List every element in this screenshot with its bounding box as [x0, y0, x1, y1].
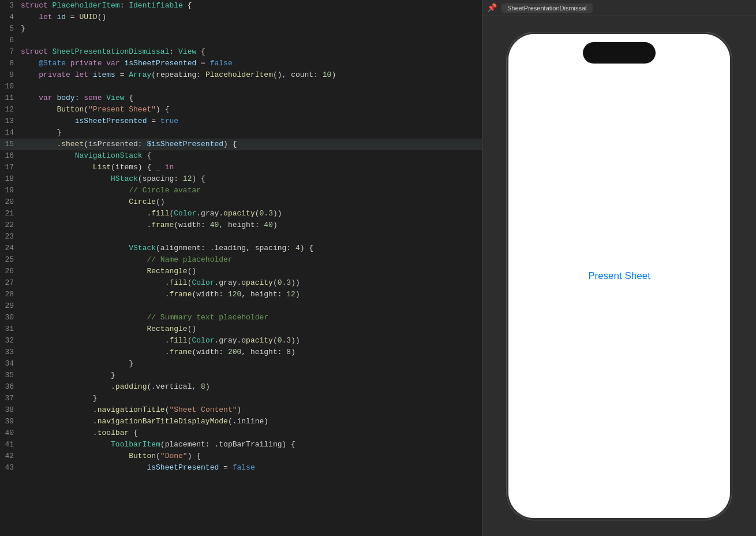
code-line: 42 Button("Done") {: [0, 451, 482, 462]
code-token: (: [255, 209, 260, 218]
code-token: [21, 163, 93, 172]
code-token: (width:: [192, 290, 227, 299]
code-line: 20 Circle(): [0, 196, 482, 208]
code-token: =: [115, 70, 129, 79]
line-number: 3: [0, 0, 18, 12]
code-line: 36 .padding(.vertical, 8): [0, 381, 482, 393]
code-token: ) {: [188, 452, 201, 460]
code-token: frame: [151, 221, 174, 229]
code-token: =: [196, 59, 209, 68]
code-token: [21, 59, 39, 68]
line-number: 15: [0, 139, 18, 150]
code-token: (alignment: .leading, spacing:: [156, 244, 295, 252]
line-number: 30: [0, 312, 18, 323]
preview-topbar: 📌 SheetPresentationDismissal: [482, 0, 756, 16]
preview-panel: 📌 SheetPresentationDismissal Present She…: [482, 0, 756, 536]
code-token: UUID: [79, 13, 97, 21]
code-token: }: [21, 394, 98, 403]
code-token: {: [125, 94, 134, 102]
code-line: 13 isSheetPresented = true: [0, 116, 482, 127]
code-token: VStack: [129, 244, 156, 252]
code-token: ) {: [223, 140, 237, 148]
code-token: $isSheetPresented: [147, 140, 223, 148]
code-token: items: [93, 70, 115, 79]
iphone-frame: Present Sheet: [507, 32, 732, 520]
code-line: 38 .navigationTitle("Sheet Content"): [0, 404, 482, 416]
code-token: Color: [192, 278, 214, 287]
line-content: private let items = Array(repeating: Pla…: [18, 69, 482, 81]
code-token: ) {: [156, 105, 169, 114]
code-line: 11 var body: some View {: [0, 92, 482, 104]
code-token: [21, 186, 129, 195]
code-token: navigationTitle: [98, 405, 165, 414]
code-token: Identifiable: [129, 1, 183, 10]
code-token: 8: [201, 382, 205, 391]
line-content: // Circle avatar: [18, 185, 482, 196]
line-number: 31: [0, 323, 18, 335]
code-token: (isPresented:: [84, 140, 147, 148]
code-token: [21, 174, 111, 183]
line-content: .fill(Color.gray.opacity(0.3)): [18, 277, 482, 289]
code-line: 18 HStack(spacing: 12) {: [0, 173, 482, 185]
code-token: opacity: [241, 278, 273, 287]
line-content: .navigationTitle("Sheet Content"): [18, 404, 482, 416]
code-token: ) {: [192, 174, 205, 183]
code-token: Button: [57, 105, 84, 114]
code-line: 17 List(items) { _ in: [0, 162, 482, 173]
code-line: 41 ToolbarItem(placement: .topBarTrailin…: [0, 439, 482, 451]
code-line: 24 VStack(alignment: .leading, spacing: …: [0, 243, 482, 254]
code-token: .: [21, 382, 115, 391]
code-token: (): [98, 13, 107, 21]
code-token: List: [93, 163, 111, 172]
code-token: ): [331, 70, 336, 79]
code-line: 12 Button("Present Sheet") {: [0, 104, 482, 116]
code-token: (): [188, 267, 197, 276]
line-content: .frame(width: 200, height: 8): [18, 347, 482, 358]
pin-icon: 📌: [487, 3, 497, 13]
code-token: [21, 267, 147, 276]
code-token: frame: [169, 348, 192, 356]
line-number: 32: [0, 335, 18, 347]
line-content: Rectangle(): [18, 266, 482, 277]
code-line: 14 }: [0, 127, 482, 139]
code-token: [21, 198, 129, 206]
present-sheet-button[interactable]: Present Sheet: [588, 270, 650, 282]
line-number: 11: [0, 92, 18, 104]
code-token: (: [273, 336, 278, 345]
code-token: fill: [169, 336, 187, 345]
line-number: 43: [0, 462, 18, 474]
line-number: 18: [0, 173, 18, 185]
code-token: , height:: [241, 348, 286, 356]
code-token: padding: [115, 382, 147, 391]
code-token: {: [129, 429, 138, 437]
code-token: {: [196, 47, 205, 56]
code-line: 26 Rectangle(): [0, 266, 482, 277]
code-token: (.vertical,: [147, 382, 201, 391]
line-content: Circle(): [18, 196, 482, 208]
code-token: [21, 151, 75, 160]
code-token: Color: [192, 336, 214, 345]
line-number: 42: [0, 451, 18, 462]
code-token: (items) { _: [111, 163, 165, 172]
line-number: 19: [0, 185, 18, 196]
code-token: true: [160, 117, 178, 125]
code-token: [21, 94, 39, 102]
code-token: private: [39, 70, 70, 79]
line-content: isSheetPresented = true: [18, 116, 482, 127]
code-token: "Present Sheet": [88, 105, 156, 114]
code-token: struct: [21, 1, 53, 10]
code-token: , height:: [241, 290, 286, 299]
code-token: }: [21, 24, 25, 33]
code-token: :: [169, 47, 178, 56]
line-content: var body: some View {: [18, 92, 482, 104]
code-line: 30 // Summary text placeholder: [0, 312, 482, 323]
code-line: 40 .toolbar {: [0, 427, 482, 439]
line-number: 23: [0, 231, 18, 243]
code-token: "Sheet Content": [169, 405, 237, 414]
line-content: [18, 231, 482, 243]
code-line: 15 .sheet(isPresented: $isSheetPresented…: [0, 139, 482, 150]
preview-tab-label[interactable]: SheetPresentationDismissal: [501, 3, 593, 13]
code-token: ) {: [300, 244, 313, 252]
code-line: 10: [0, 81, 482, 92]
code-line: 21 .fill(Color.gray.opacity(0.3)): [0, 208, 482, 219]
